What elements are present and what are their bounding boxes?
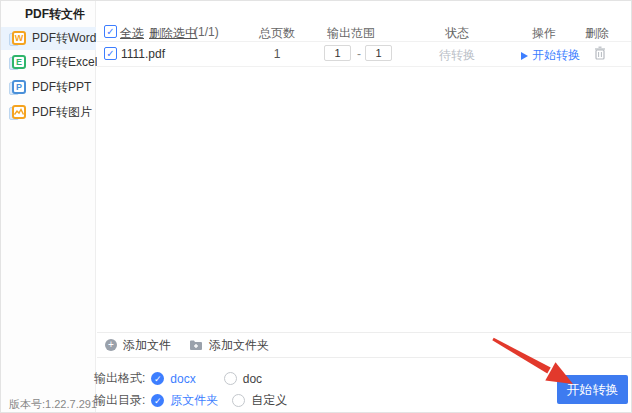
column-header-delete: 删除	[577, 25, 617, 42]
sidebar-item-label: PDF转PPT	[32, 79, 91, 96]
radio-original-folder[interactable]: ✓	[151, 394, 164, 407]
file-name: 1111.pdf	[121, 47, 165, 61]
sidebar-item-pdf-to-ppt[interactable]: P PDF转PPT	[1, 76, 96, 99]
sidebar: PDF转文件 W PDF转Word E PDF转Excel P PDF转PPT	[1, 1, 96, 412]
app-window: PDF转文件 W PDF转Word E PDF转Excel P PDF转PPT	[0, 0, 632, 413]
folder-plus-icon	[189, 339, 203, 351]
output-dir-label: 输出目录:	[94, 392, 145, 409]
radio-doc[interactable]	[224, 372, 237, 385]
radio-docx[interactable]: ✓	[151, 372, 164, 385]
radio-original-folder-label[interactable]: 原文件夹	[170, 392, 218, 409]
row-delete-button[interactable]	[594, 46, 606, 60]
app-title: PDF转文件	[25, 6, 85, 23]
add-files-bar: + 添加文件 添加文件夹	[97, 332, 631, 358]
range-from-input[interactable]	[324, 45, 351, 61]
excel-file-icon: E	[9, 55, 26, 71]
status-badge: 待转换	[427, 47, 487, 64]
header-divider	[97, 41, 631, 42]
radio-custom-dir-label[interactable]: 自定义	[251, 392, 287, 409]
sidebar-item-label: PDF转Excel	[32, 54, 97, 71]
sidebar-item-pdf-to-excel[interactable]: E PDF转Excel	[1, 51, 96, 74]
sidebar-item-pdf-to-image[interactable]: PDF转图片	[1, 101, 96, 124]
ppt-file-icon: P	[9, 80, 26, 96]
radio-doc-label[interactable]: doc	[243, 372, 262, 386]
sidebar-item-pdf-to-word[interactable]: W PDF转Word	[1, 27, 96, 50]
plus-circle-icon: +	[105, 339, 117, 351]
version-label: 版本号:1.22.7.291	[9, 397, 97, 412]
add-file-button[interactable]: + 添加文件	[105, 337, 171, 354]
range-separator: -	[355, 47, 363, 61]
file-page-count: 1	[247, 47, 307, 61]
add-folder-button[interactable]: 添加文件夹	[189, 337, 269, 354]
row-start-convert-link[interactable]: 开始转换	[521, 47, 580, 64]
trash-icon	[594, 46, 606, 60]
sidebar-item-label: PDF转图片	[32, 104, 92, 121]
start-convert-button[interactable]: 开始转换	[557, 375, 628, 404]
delete-selected-link[interactable]: 删除选中	[149, 25, 197, 42]
selection-count: (1/1)	[194, 25, 219, 39]
image-file-icon	[9, 105, 26, 121]
column-header-pages: 总页数	[247, 25, 307, 42]
output-format-row: 输出格式: ✓ docx doc	[94, 370, 262, 387]
sidebar-item-label: PDF转Word	[32, 30, 96, 47]
row-divider	[97, 66, 631, 67]
select-all-link[interactable]: 全选	[120, 25, 144, 42]
select-all-checkbox[interactable]: ✓	[104, 25, 117, 38]
radio-docx-label[interactable]: docx	[170, 372, 195, 386]
output-format-label: 输出格式:	[94, 370, 145, 387]
column-header-action: 操作	[514, 25, 574, 42]
word-file-icon: W	[9, 31, 26, 47]
range-to-input[interactable]	[365, 45, 392, 61]
radio-custom-dir[interactable]	[232, 394, 245, 407]
play-icon	[521, 52, 528, 60]
output-dir-row: 输出目录: ✓ 原文件夹 自定义	[94, 392, 287, 409]
column-header-status: 状态	[427, 25, 487, 42]
column-header-range: 输出范围	[311, 25, 391, 42]
row-checkbox[interactable]: ✓	[104, 47, 117, 60]
image-icon	[14, 108, 24, 116]
